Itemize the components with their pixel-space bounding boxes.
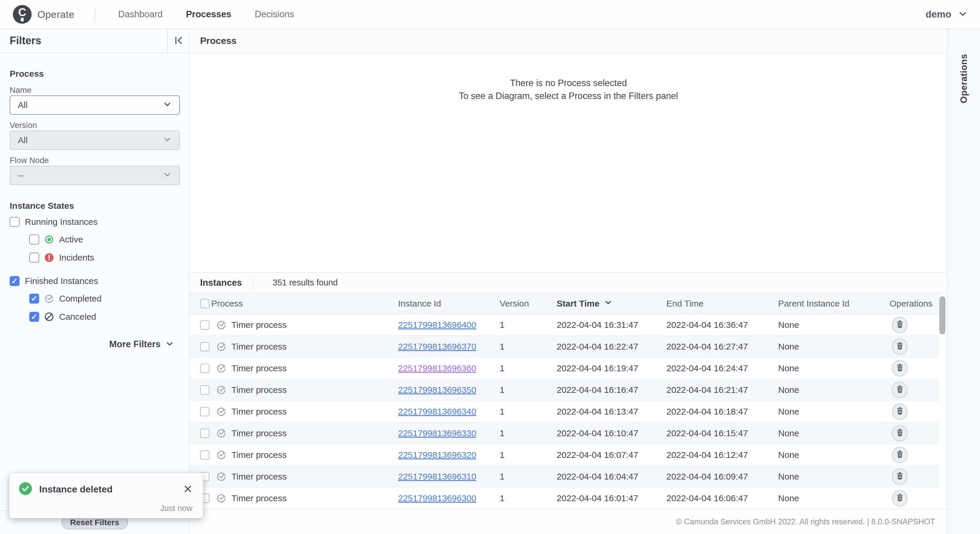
results-count: 351 results found (273, 278, 337, 287)
table-row: Timer process225179981369636012022-04-04… (189, 357, 939, 379)
success-check-icon (19, 482, 32, 497)
diagram-panel-title: Process (200, 35, 237, 46)
end-time: 2022-04-04 16:24:47 (667, 363, 778, 373)
row-checkbox[interactable] (200, 342, 210, 351)
column-header-end-time[interactable]: End Time (667, 299, 778, 309)
filter-finished-instances: Finished Instances (10, 275, 98, 287)
instance-id-link[interactable]: 2251799813696370 (398, 342, 476, 352)
process-name: Timer process (231, 472, 287, 481)
toast-title: Instance deleted (39, 484, 174, 495)
more-filters-button[interactable]: More Filters (109, 339, 174, 349)
trash-icon (895, 406, 905, 417)
table-row: Timer process225179981369631012022-04-04… (189, 466, 939, 488)
diagram-empty-state: There is no Process selected To see a Di… (189, 53, 947, 272)
instance-id-link[interactable]: 2251799813696340 (398, 406, 476, 417)
column-header-parent-instance-id[interactable]: Parent Instance Id (778, 299, 889, 309)
delete-instance-button[interactable] (892, 425, 907, 442)
start-time: 2022-04-04 16:07:47 (557, 450, 667, 460)
row-checkbox[interactable] (200, 429, 210, 438)
instance-id-link[interactable]: 2251799813696320 (398, 450, 476, 460)
table-row: Timer process225179981369634012022-04-04… (189, 401, 939, 422)
app-title: Operate (37, 0, 74, 29)
nav-decisions[interactable]: Decisions (255, 9, 294, 20)
incidents-checkbox[interactable] (29, 253, 39, 263)
flow-node-select[interactable]: -- (10, 166, 180, 185)
trash-icon (895, 341, 905, 352)
row-checkbox[interactable] (200, 363, 210, 373)
column-header-process[interactable]: Process (211, 299, 398, 309)
process-name: Timer process (231, 320, 287, 330)
canceled-checkbox[interactable] (29, 312, 39, 322)
nav-processes[interactable]: Processes (186, 9, 231, 20)
delete-instance-button[interactable] (892, 490, 907, 507)
operations-panel[interactable]: Operations (947, 29, 980, 534)
collapse-filters-button[interactable] (168, 29, 189, 53)
running-instances-checkbox[interactable] (10, 217, 20, 227)
row-checkbox[interactable] (200, 407, 210, 416)
instance-id-link[interactable]: 2251799813696400 (398, 320, 476, 330)
table-scrollbar[interactable] (939, 296, 945, 334)
parent-instance-id: None (778, 428, 889, 438)
delete-instance-button[interactable] (892, 360, 907, 376)
finished-instances-checkbox[interactable] (10, 276, 20, 286)
column-header-instance-id[interactable]: Instance Id (398, 299, 500, 309)
start-time: 2022-04-04 16:01:47 (557, 493, 667, 503)
filter-completed: Completed (29, 293, 102, 304)
instance-id-link[interactable]: 2251799813696300 (398, 493, 476, 503)
version-value: 1 (500, 385, 557, 395)
user-menu[interactable]: demo (926, 0, 968, 29)
toast-timestamp: Just now (160, 504, 193, 513)
column-header-start-time[interactable]: Start Time (557, 298, 667, 309)
completed-checkbox[interactable] (29, 293, 39, 304)
row-checkbox[interactable] (200, 320, 210, 330)
close-icon (183, 485, 192, 494)
version-value: 1 (500, 406, 557, 417)
completed-icon (216, 406, 226, 416)
nav-dashboard[interactable]: Dashboard (118, 9, 163, 20)
completed-icon (216, 450, 226, 460)
table-row: Timer process225179981369635012022-04-04… (189, 379, 939, 401)
delete-instance-button[interactable] (892, 317, 907, 333)
start-time: 2022-04-04 16:13:47 (557, 406, 667, 417)
canceled-label: Canceled (59, 312, 96, 322)
instance-id-link[interactable]: 2251799813696360 (398, 363, 476, 373)
trash-icon (895, 428, 905, 438)
toast-close-button[interactable] (181, 483, 194, 496)
active-checkbox[interactable] (29, 234, 39, 244)
nav-divider (95, 7, 95, 21)
row-checkbox[interactable] (200, 450, 210, 460)
filter-canceled: Canceled (29, 311, 96, 323)
end-time: 2022-04-04 16:36:47 (667, 320, 778, 330)
process-name: Timer process (231, 493, 287, 503)
flow-node-label: Flow Node (10, 156, 49, 165)
column-header-version[interactable]: Version (500, 299, 557, 309)
instance-id-link[interactable]: 2251799813696310 (398, 472, 476, 481)
completed-label: Completed (59, 293, 102, 304)
process-name-select[interactable]: All (10, 96, 180, 115)
process-name: Timer process (231, 385, 287, 395)
page-footer: © Camunda Services GmbH 2022. All rights… (189, 509, 947, 534)
incidents-label: Incidents (59, 253, 94, 263)
process-section-label: Process (10, 69, 44, 79)
chevron-down-icon (163, 135, 172, 146)
row-checkbox[interactable] (200, 385, 210, 395)
delete-instance-button[interactable] (892, 447, 907, 463)
process-version-select[interactable]: All (10, 131, 180, 150)
completed-icon (216, 385, 226, 395)
delete-instance-button[interactable] (892, 338, 907, 355)
version-value: 1 (500, 450, 557, 460)
completed-icon (216, 428, 226, 438)
version-value: 1 (500, 363, 557, 373)
operations-panel-title: Operations (959, 54, 969, 104)
select-all-checkbox[interactable] (200, 299, 210, 308)
table-row: Timer process225179981369632012022-04-04… (189, 444, 939, 466)
instance-id-link[interactable]: 2251799813696330 (398, 428, 476, 438)
start-time: 2022-04-04 16:19:47 (557, 363, 667, 373)
delete-instance-button[interactable] (892, 403, 907, 420)
trash-icon (895, 320, 905, 330)
instance-id-link[interactable]: 2251799813696350 (398, 385, 476, 395)
delete-instance-button[interactable] (892, 382, 907, 398)
delete-instance-button[interactable] (892, 469, 907, 485)
camunda-logo: C (13, 5, 32, 24)
table-row: Timer process225179981369637012022-04-04… (189, 336, 939, 357)
